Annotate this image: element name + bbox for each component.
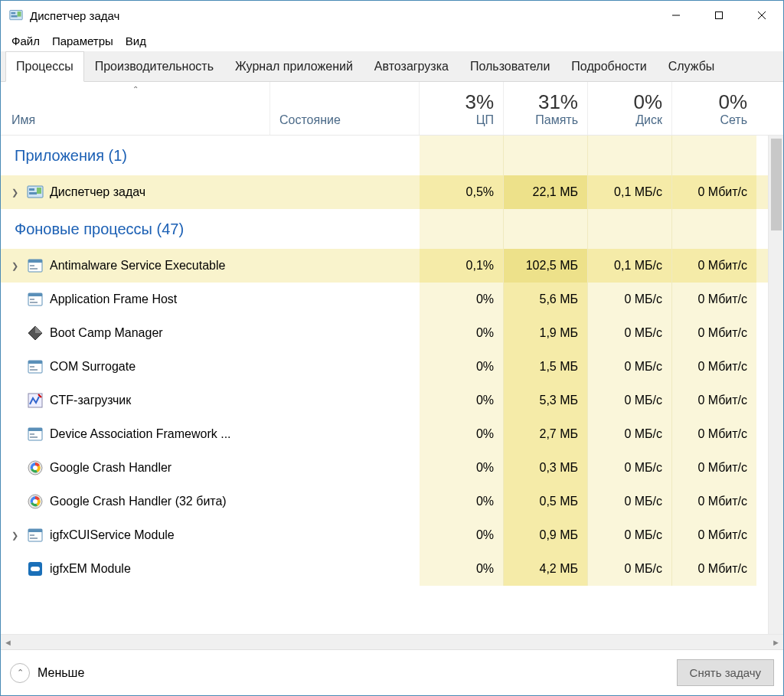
maximize-button[interactable] [697, 1, 740, 30]
tab-processes[interactable]: Процессы [5, 51, 84, 82]
menu-view[interactable]: Вид [119, 33, 152, 49]
scroll-left-icon[interactable]: ◄ [4, 638, 12, 647]
process-name-label: CTF-загрузчик [50, 394, 131, 407]
group-header[interactable]: Фоновые процессы (47) [1, 209, 768, 249]
horizontal-scrollbar[interactable]: ◄► [1, 634, 783, 649]
chevron-up-icon: ⌃ [10, 663, 30, 683]
app-icon [8, 8, 24, 22]
memory-value: 4,2 МБ [504, 552, 588, 586]
process-icon [27, 358, 44, 375]
memory-value: 102,5 МБ [504, 249, 588, 283]
col-cpu[interactable]: 3%ЦП [420, 82, 504, 135]
process-name-label: Google Crash Handler [50, 461, 172, 475]
process-name-label: igfxEM Module [50, 562, 131, 576]
process-icon [27, 392, 44, 409]
process-name-label: igfxCUIService Module [50, 528, 175, 542]
process-name-label: Boot Camp Manager [50, 326, 163, 340]
memory-value: 5,6 МБ [504, 283, 588, 316]
network-value: 0 Мбит/с [672, 175, 756, 209]
tab-startup[interactable]: Автозагрузка [364, 51, 459, 81]
process-row[interactable]: ❯ Диспетчер задач 0,5% 22,1 МБ 0,1 МБ/с … [1, 175, 768, 209]
column-headers: ⌃ Имя Состояние 3%ЦП 31%Память 0%Диск 0%… [1, 82, 783, 136]
expand-icon[interactable]: ❯ [11, 531, 21, 541]
process-icon [27, 459, 44, 476]
footer: ⌃ Меньше Снять задачу [1, 649, 783, 695]
close-button[interactable] [740, 1, 783, 30]
network-value: 0 Мбит/с [672, 552, 756, 586]
process-icon [27, 493, 44, 510]
disk-value: 0 МБ/с [588, 451, 672, 485]
disk-value: 0 МБ/с [588, 283, 672, 316]
process-row[interactable]: CTF-загрузчик 0% 5,3 МБ 0 МБ/с 0 Мбит/с [1, 384, 768, 417]
network-value: 0 Мбит/с [672, 283, 756, 316]
col-disk[interactable]: 0%Диск [588, 82, 672, 135]
disk-value: 0 МБ/с [588, 518, 672, 552]
tabs: Процессы Производительность Журнал прило… [1, 51, 783, 82]
disk-value: 0 МБ/с [588, 384, 672, 417]
group-header[interactable]: Приложения (1) [1, 136, 768, 175]
menu-options[interactable]: Параметры [46, 33, 119, 49]
memory-value: 2,7 МБ [504, 417, 588, 451]
svg-rect-13 [716, 12, 723, 19]
process-icon [27, 426, 44, 443]
col-memory[interactable]: 31%Память [504, 82, 588, 135]
process-name-label: Device Association Framework ... [50, 427, 231, 441]
col-network[interactable]: 0%Сеть [672, 82, 756, 135]
expand-icon[interactable]: ❯ [11, 188, 21, 198]
process-row[interactable]: Boot Camp Manager 0% 1,9 МБ 0 МБ/с 0 Мби… [1, 316, 768, 350]
tab-app-history[interactable]: Журнал приложений [224, 51, 364, 81]
process-name-label: Application Frame Host [50, 292, 177, 306]
menu-file[interactable]: Файл [5, 33, 46, 49]
disk-value: 0,1 МБ/с [588, 175, 672, 209]
network-value: 0 Мбит/с [672, 249, 756, 283]
process-icon [27, 527, 44, 544]
sort-indicator-icon: ⌃ [132, 85, 139, 93]
process-row[interactable]: Google Crash Handler (32 бита) 0% 0,5 МБ… [1, 485, 768, 518]
process-name-label: Google Crash Handler (32 бита) [50, 495, 227, 508]
minimize-button[interactable] [655, 1, 697, 30]
process-row[interactable]: COM Surrogate 0% 1,5 МБ 0 МБ/с 0 Мбит/с [1, 350, 768, 384]
process-icon [27, 560, 44, 577]
task-manager-window: Диспетчер задач Файл Параметры Вид Проце… [0, 0, 784, 696]
scroll-right-icon[interactable]: ► [772, 638, 780, 647]
process-row[interactable]: ❯ Antimalware Service Executable 0,1% 10… [1, 249, 768, 283]
tab-performance[interactable]: Производительность [84, 51, 224, 81]
process-name-label: COM Surrogate [50, 360, 136, 374]
titlebar[interactable]: Диспетчер задач [1, 1, 783, 30]
disk-value: 0 МБ/с [588, 417, 672, 451]
memory-value: 0,5 МБ [504, 485, 588, 518]
fewer-details-button[interactable]: ⌃ Меньше [10, 663, 84, 683]
disk-value: 0,1 МБ/с [588, 249, 672, 283]
scrollbar-thumb[interactable] [771, 139, 782, 230]
cpu-value: 0% [420, 552, 504, 586]
cpu-value: 0% [420, 485, 504, 518]
memory-value: 5,3 МБ [504, 384, 588, 417]
cpu-value: 0% [420, 316, 504, 350]
network-value: 0 Мбит/с [672, 518, 756, 552]
menubar: Файл Параметры Вид [1, 30, 783, 51]
disk-value: 0 МБ/с [588, 350, 672, 384]
vertical-scrollbar[interactable] [768, 136, 783, 634]
tab-users[interactable]: Пользователи [459, 51, 560, 81]
tab-details[interactable]: Подробности [560, 51, 657, 81]
process-row[interactable]: Application Frame Host 0% 5,6 МБ 0 МБ/с … [1, 283, 768, 316]
network-value: 0 Мбит/с [672, 417, 756, 451]
process-row[interactable]: igfxEM Module 0% 4,2 МБ 0 МБ/с 0 Мбит/с [1, 552, 768, 586]
cpu-value: 0% [420, 518, 504, 552]
col-name[interactable]: ⌃ Имя [1, 82, 270, 135]
process-row[interactable]: Google Crash Handler 0% 0,3 МБ 0 МБ/с 0 … [1, 451, 768, 485]
process-icon [27, 184, 44, 201]
expand-icon[interactable]: ❯ [11, 261, 21, 271]
disk-value: 0 МБ/с [588, 316, 672, 350]
network-value: 0 Мбит/с [672, 451, 756, 485]
memory-value: 0,3 МБ [504, 451, 588, 485]
end-task-button[interactable]: Снять задачу [677, 659, 774, 686]
process-list[interactable]: Приложения (1) ❯ Диспетчер задач 0,5% 22… [1, 136, 768, 634]
tab-services[interactable]: Службы [658, 51, 726, 81]
cpu-value: 0% [420, 384, 504, 417]
cpu-value: 0% [420, 350, 504, 384]
cpu-value: 0% [420, 451, 504, 485]
process-row[interactable]: ❯ igfxCUIService Module 0% 0,9 МБ 0 МБ/с… [1, 518, 768, 552]
process-row[interactable]: Device Association Framework ... 0% 2,7 … [1, 417, 768, 451]
col-state[interactable]: Состояние [270, 82, 420, 135]
